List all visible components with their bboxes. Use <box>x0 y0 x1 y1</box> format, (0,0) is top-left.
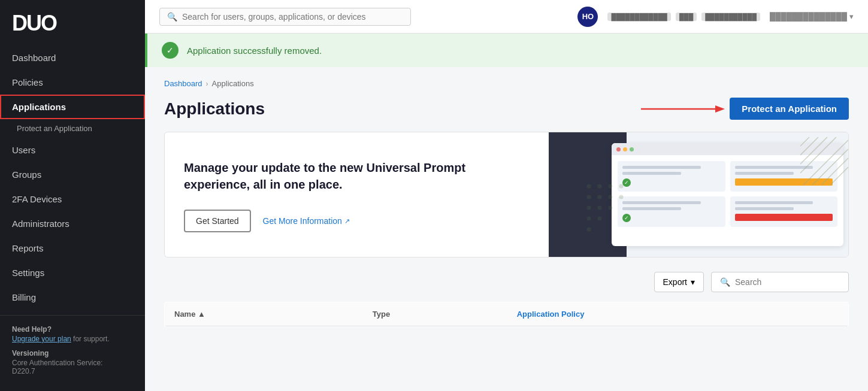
sidebar: DUO Dashboard Policies Applications Prot… <box>0 0 145 391</box>
versioning-label: Versioning <box>12 349 133 357</box>
duo-logo: DUO <box>12 11 133 36</box>
success-banner: ✓ Application successfully removed. <box>145 34 868 67</box>
sidebar-item-administrators[interactable]: Administrators <box>0 211 145 236</box>
promo-section: Manage your update to the new Universal … <box>164 132 849 257</box>
sidebar-item-settings[interactable]: Settings <box>0 260 145 285</box>
content-area: ✓ Application successfully removed. Dash… <box>145 34 868 391</box>
sort-arrow-icon: ▲ <box>198 310 205 319</box>
sidebar-item-applications[interactable]: Applications <box>0 95 145 119</box>
svg-line-19 <box>800 137 836 173</box>
sidebar-item-policies[interactable]: Policies <box>0 70 145 95</box>
svg-point-2 <box>586 184 591 188</box>
promo-illustration: ✓ ✓ <box>549 132 848 257</box>
page-body: Dashboard › Applications Applications Pr… <box>145 67 868 339</box>
breadcrumb-separator: › <box>206 80 208 88</box>
main-area: 🔍 HO ████████████ ███ ███████████ ██████… <box>145 0 868 391</box>
search-bar[interactable]: 🔍 <box>159 8 411 26</box>
column-policy-label: Application Policy <box>517 310 585 319</box>
version-number: D220.7 <box>12 367 133 375</box>
sidebar-item-billing[interactable]: Billing <box>0 285 145 310</box>
red-arrow-indicator <box>641 102 725 116</box>
column-type-label: Type <box>373 310 390 319</box>
header-right: Protect an Application <box>641 98 849 120</box>
svg-point-3 <box>597 184 601 188</box>
external-link-icon: ↗ <box>344 217 350 225</box>
protect-application-button[interactable]: Protect an Application <box>730 98 849 120</box>
upgrade-link[interactable]: Upgrade your plan <box>12 335 71 343</box>
logo-container: DUO <box>0 0 145 46</box>
table-header-row: Name ▲ Type Application Policy <box>165 302 849 327</box>
svg-line-16 <box>800 137 809 146</box>
svg-marker-1 <box>715 105 725 113</box>
svg-line-21 <box>812 149 848 185</box>
page-header: Applications Protect an Application <box>164 98 849 120</box>
promo-left: Manage your update to the new Universal … <box>165 132 549 257</box>
sidebar-item-reports[interactable]: Reports <box>0 236 145 260</box>
table-header: Name ▲ Type Application Policy <box>165 302 849 327</box>
topbar-info: ████████████ ███ ███████████ <box>607 13 760 21</box>
success-icon: ✓ <box>162 42 179 59</box>
search-icon: 🔍 <box>167 12 177 22</box>
column-name-label: Name <box>174 310 195 319</box>
for-support-text: for support. <box>73 335 110 343</box>
dropdown-label: ██████████████ <box>770 12 847 21</box>
sidebar-footer: Need Help? Upgrade your plan for support… <box>0 315 145 391</box>
promo-title: Manage your update to the new Universal … <box>184 159 530 193</box>
svg-point-10 <box>586 205 591 210</box>
column-header-policy[interactable]: Application Policy <box>507 302 849 327</box>
core-auth-label: Core Authentication Service: <box>12 359 133 367</box>
user-badge-2: ███████████ <box>701 13 760 21</box>
avatar: HO <box>577 7 598 27</box>
table-search-input[interactable] <box>735 277 840 287</box>
sidebar-item-dashboard[interactable]: Dashboard <box>0 46 145 70</box>
svg-point-6 <box>586 195 591 199</box>
need-help-label: Need Help? <box>12 325 133 334</box>
get-started-button[interactable]: Get Started <box>184 210 251 232</box>
promo-actions: Get Started Get More Information ↗ <box>184 210 530 232</box>
breadcrumb: Dashboard › Applications <box>164 79 849 88</box>
get-more-information-link[interactable]: Get More Information ↗ <box>263 216 350 226</box>
chevron-down-icon: ▾ <box>849 12 854 21</box>
export-label: Export <box>663 277 687 287</box>
sidebar-nav: Dashboard Policies Applications Protect … <box>0 46 145 315</box>
column-header-type: Type <box>363 302 507 327</box>
user-email: ████████████ <box>607 13 671 21</box>
svg-point-14 <box>597 216 601 220</box>
svg-point-11 <box>597 205 601 210</box>
svg-point-4 <box>608 184 612 188</box>
table-controls: Export ▾ 🔍 <box>164 272 849 292</box>
breadcrumb-dashboard[interactable]: Dashboard <box>164 79 202 88</box>
table-search-icon: 🔍 <box>720 277 730 287</box>
sidebar-item-protect-app[interactable]: Protect an Application <box>0 119 145 138</box>
svg-point-5 <box>619 184 623 188</box>
svg-point-7 <box>597 195 601 199</box>
sidebar-item-2fa-devices[interactable]: 2FA Devices <box>0 187 145 211</box>
banner-message: Application successfully removed. <box>187 46 322 56</box>
svg-point-12 <box>608 205 612 210</box>
page-title: Applications <box>164 99 265 119</box>
search-input[interactable] <box>182 12 403 22</box>
svg-point-15 <box>586 227 591 231</box>
applications-table: Name ▲ Type Application Policy <box>164 302 849 327</box>
user-badge-1: ███ <box>676 13 697 21</box>
topbar: 🔍 HO ████████████ ███ ███████████ ██████… <box>145 0 868 34</box>
topbar-dropdown[interactable]: ██████████████ ▾ <box>770 12 854 21</box>
topbar-right: HO ████████████ ███ ███████████ ████████… <box>577 7 854 27</box>
svg-line-23 <box>830 167 848 185</box>
export-chevron-icon: ▾ <box>691 277 695 287</box>
table-search-bar[interactable]: 🔍 <box>711 272 849 292</box>
svg-point-8 <box>608 195 612 199</box>
get-more-label: Get More Information <box>263 216 342 226</box>
sidebar-item-groups[interactable]: Groups <box>0 162 145 187</box>
sidebar-item-users[interactable]: Users <box>0 138 145 162</box>
svg-line-17 <box>800 137 818 155</box>
svg-line-20 <box>803 140 848 185</box>
svg-point-13 <box>586 216 591 220</box>
breadcrumb-current: Applications <box>212 79 254 88</box>
svg-point-9 <box>619 195 623 199</box>
column-header-name[interactable]: Name ▲ <box>165 302 363 327</box>
export-button[interactable]: Export ▾ <box>654 272 704 292</box>
